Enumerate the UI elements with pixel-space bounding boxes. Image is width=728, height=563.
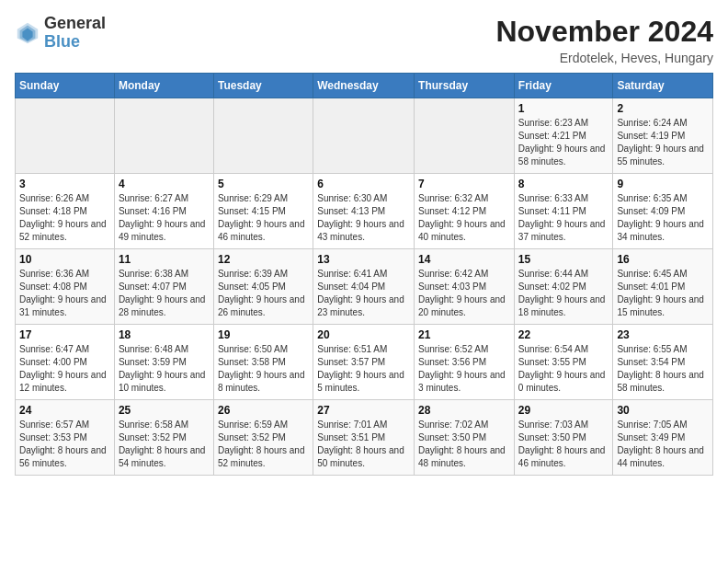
day-info: Sunrise: 6:50 AM Sunset: 3:58 PM Dayligh… — [218, 343, 309, 395]
day-info: Sunrise: 6:57 AM Sunset: 3:53 PM Dayligh… — [19, 419, 110, 470]
location-subtitle: Erdotelek, Heves, Hungary — [495, 51, 713, 65]
day-info: Sunrise: 6:26 AM Sunset: 4:18 PM Dayligh… — [19, 192, 110, 244]
calendar-cell: 14Sunrise: 6:42 AM Sunset: 4:03 PM Dayli… — [415, 249, 515, 325]
calendar-cell: 25Sunrise: 6:58 AM Sunset: 3:52 PM Dayli… — [114, 400, 213, 476]
calendar-cell — [114, 98, 213, 174]
day-number: 9 — [617, 178, 709, 190]
day-number: 15 — [518, 253, 609, 266]
day-info: Sunrise: 6:42 AM Sunset: 4:03 PM Dayligh… — [418, 268, 510, 319]
calendar-cell — [415, 98, 515, 174]
calendar-header-row: SundayMondayTuesdayWednesdayThursdayFrid… — [16, 74, 713, 98]
calendar-cell: 5Sunrise: 6:29 AM Sunset: 4:15 PM Daylig… — [213, 174, 313, 249]
calendar-cell: 8Sunrise: 6:33 AM Sunset: 4:11 PM Daylig… — [514, 174, 613, 249]
day-number: 18 — [119, 328, 210, 341]
day-number: 17 — [19, 328, 110, 341]
logo-text: GeneralBlue — [44, 15, 106, 52]
day-number: 5 — [218, 178, 309, 190]
day-info: Sunrise: 6:24 AM Sunset: 4:19 PM Dayligh… — [617, 117, 709, 168]
day-info: Sunrise: 6:23 AM Sunset: 4:21 PM Dayligh… — [518, 117, 609, 168]
calendar-week-4: 17Sunrise: 6:47 AM Sunset: 4:00 PM Dayli… — [16, 325, 713, 400]
month-year-title: November 2024 — [495, 15, 713, 49]
calendar-week-1: 1Sunrise: 6:23 AM Sunset: 4:21 PM Daylig… — [16, 98, 713, 174]
day-number: 26 — [218, 404, 309, 417]
calendar-table: SundayMondayTuesdayWednesdayThursdayFrid… — [15, 73, 713, 476]
calendar-header-friday: Friday — [514, 74, 613, 98]
day-info: Sunrise: 6:58 AM Sunset: 3:52 PM Dayligh… — [119, 419, 210, 470]
calendar-cell: 28Sunrise: 7:02 AM Sunset: 3:50 PM Dayli… — [415, 400, 515, 476]
calendar-cell: 16Sunrise: 6:45 AM Sunset: 4:01 PM Dayli… — [613, 249, 713, 325]
day-number: 12 — [218, 253, 309, 266]
calendar-cell: 2Sunrise: 6:24 AM Sunset: 4:19 PM Daylig… — [613, 98, 713, 174]
day-number: 4 — [119, 178, 210, 190]
calendar-cell: 30Sunrise: 7:05 AM Sunset: 3:49 PM Dayli… — [613, 400, 713, 476]
day-info: Sunrise: 6:51 AM Sunset: 3:57 PM Dayligh… — [317, 343, 410, 395]
title-block: November 2024 Erdotelek, Heves, Hungary — [495, 15, 713, 65]
day-number: 8 — [518, 178, 609, 190]
calendar-cell: 18Sunrise: 6:48 AM Sunset: 3:59 PM Dayli… — [114, 325, 213, 400]
day-number: 20 — [317, 328, 410, 341]
day-info: Sunrise: 6:35 AM Sunset: 4:09 PM Dayligh… — [617, 192, 709, 244]
calendar-cell — [213, 98, 313, 174]
day-number: 25 — [119, 404, 210, 417]
calendar-week-2: 3Sunrise: 6:26 AM Sunset: 4:18 PM Daylig… — [16, 174, 713, 249]
day-info: Sunrise: 6:38 AM Sunset: 4:07 PM Dayligh… — [119, 268, 210, 319]
day-info: Sunrise: 6:30 AM Sunset: 4:13 PM Dayligh… — [317, 192, 410, 244]
day-info: Sunrise: 7:01 AM Sunset: 3:51 PM Dayligh… — [317, 419, 410, 470]
calendar-header-wednesday: Wednesday — [313, 74, 415, 98]
calendar-header-monday: Monday — [114, 74, 213, 98]
day-info: Sunrise: 6:48 AM Sunset: 3:59 PM Dayligh… — [119, 343, 210, 395]
logo: GeneralBlue — [15, 15, 106, 52]
day-number: 11 — [119, 253, 210, 266]
calendar-header-thursday: Thursday — [415, 74, 515, 98]
calendar-cell: 12Sunrise: 6:39 AM Sunset: 4:05 PM Dayli… — [213, 249, 313, 325]
calendar-cell: 11Sunrise: 6:38 AM Sunset: 4:07 PM Dayli… — [114, 249, 213, 325]
day-info: Sunrise: 6:36 AM Sunset: 4:08 PM Dayligh… — [19, 268, 110, 319]
calendar-header-saturday: Saturday — [613, 74, 713, 98]
calendar-cell — [16, 98, 115, 174]
logo-icon — [15, 20, 40, 46]
day-number: 10 — [19, 253, 110, 266]
day-number: 16 — [617, 253, 709, 266]
day-number: 1 — [518, 102, 609, 115]
calendar-cell: 9Sunrise: 6:35 AM Sunset: 4:09 PM Daylig… — [613, 174, 713, 249]
day-info: Sunrise: 7:03 AM Sunset: 3:50 PM Dayligh… — [518, 419, 609, 470]
day-info: Sunrise: 6:44 AM Sunset: 4:02 PM Dayligh… — [518, 268, 609, 319]
calendar-cell: 10Sunrise: 6:36 AM Sunset: 4:08 PM Dayli… — [16, 249, 115, 325]
day-number: 29 — [518, 404, 609, 417]
day-number: 3 — [19, 178, 110, 190]
day-info: Sunrise: 6:27 AM Sunset: 4:16 PM Dayligh… — [119, 192, 210, 244]
day-number: 30 — [617, 404, 709, 417]
calendar-cell: 19Sunrise: 6:50 AM Sunset: 3:58 PM Dayli… — [213, 325, 313, 400]
day-number: 19 — [218, 328, 309, 341]
day-info: Sunrise: 7:05 AM Sunset: 3:49 PM Dayligh… — [617, 419, 709, 470]
day-number: 23 — [617, 328, 709, 341]
calendar-cell: 29Sunrise: 7:03 AM Sunset: 3:50 PM Dayli… — [514, 400, 613, 476]
day-number: 7 — [418, 178, 510, 190]
calendar-week-3: 10Sunrise: 6:36 AM Sunset: 4:08 PM Dayli… — [16, 249, 713, 325]
day-info: Sunrise: 6:41 AM Sunset: 4:04 PM Dayligh… — [317, 268, 410, 319]
calendar-cell: 17Sunrise: 6:47 AM Sunset: 4:00 PM Dayli… — [16, 325, 115, 400]
calendar-cell: 23Sunrise: 6:55 AM Sunset: 3:54 PM Dayli… — [613, 325, 713, 400]
calendar-cell: 22Sunrise: 6:54 AM Sunset: 3:55 PM Dayli… — [514, 325, 613, 400]
calendar-cell: 1Sunrise: 6:23 AM Sunset: 4:21 PM Daylig… — [514, 98, 613, 174]
day-info: Sunrise: 6:45 AM Sunset: 4:01 PM Dayligh… — [617, 268, 709, 319]
day-info: Sunrise: 6:47 AM Sunset: 4:00 PM Dayligh… — [19, 343, 110, 395]
calendar-cell: 13Sunrise: 6:41 AM Sunset: 4:04 PM Dayli… — [313, 249, 415, 325]
day-number: 22 — [518, 328, 609, 341]
day-info: Sunrise: 6:52 AM Sunset: 3:56 PM Dayligh… — [418, 343, 510, 395]
calendar-cell: 4Sunrise: 6:27 AM Sunset: 4:16 PM Daylig… — [114, 174, 213, 249]
calendar-cell: 6Sunrise: 6:30 AM Sunset: 4:13 PM Daylig… — [313, 174, 415, 249]
day-number: 13 — [317, 253, 410, 266]
day-number: 6 — [317, 178, 410, 190]
calendar-body: 1Sunrise: 6:23 AM Sunset: 4:21 PM Daylig… — [16, 98, 713, 476]
day-number: 24 — [19, 404, 110, 417]
day-number: 2 — [617, 102, 709, 115]
day-info: Sunrise: 6:55 AM Sunset: 3:54 PM Dayligh… — [617, 343, 709, 395]
calendar-cell: 15Sunrise: 6:44 AM Sunset: 4:02 PM Dayli… — [514, 249, 613, 325]
day-info: Sunrise: 7:02 AM Sunset: 3:50 PM Dayligh… — [418, 419, 510, 470]
day-info: Sunrise: 6:39 AM Sunset: 4:05 PM Dayligh… — [218, 268, 309, 319]
calendar-cell: 21Sunrise: 6:52 AM Sunset: 3:56 PM Dayli… — [415, 325, 515, 400]
day-number: 21 — [418, 328, 510, 341]
day-info: Sunrise: 6:33 AM Sunset: 4:11 PM Dayligh… — [518, 192, 609, 244]
day-number: 28 — [418, 404, 510, 417]
